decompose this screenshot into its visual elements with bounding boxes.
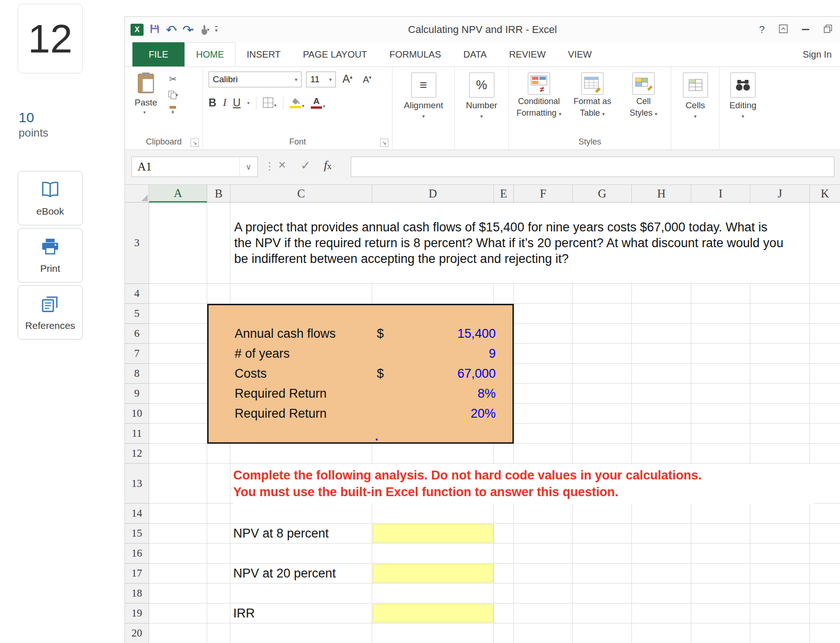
cell[interactable] <box>750 364 810 384</box>
cell[interactable] <box>691 384 750 404</box>
cell[interactable] <box>573 524 632 544</box>
cell[interactable] <box>514 604 573 623</box>
cell[interactable] <box>149 284 207 304</box>
enter-button[interactable]: ✓ <box>301 159 311 171</box>
help-button[interactable]: ? <box>759 24 765 36</box>
row-header-6[interactable]: 6 <box>125 324 149 344</box>
row-header-5[interactable]: 5 <box>125 304 149 324</box>
cell[interactable] <box>810 623 840 643</box>
redo-button[interactable]: ↷▾ <box>183 24 194 36</box>
cell[interactable] <box>149 623 207 643</box>
select-all-corner[interactable] <box>125 185 149 203</box>
cell[interactable] <box>494 544 514 564</box>
restore-button[interactable] <box>823 24 833 35</box>
cell[interactable] <box>149 524 207 544</box>
cell[interactable] <box>514 584 573 604</box>
cell[interactable] <box>372 504 494 524</box>
font-color-button[interactable]: A ▾ <box>311 97 325 109</box>
row-header-19[interactable]: 19 <box>125 604 149 623</box>
cell[interactable] <box>230 284 372 304</box>
col-header-f[interactable]: F <box>514 185 573 203</box>
cell[interactable] <box>750 444 810 464</box>
cell[interactable] <box>149 384 207 404</box>
cell[interactable] <box>691 584 750 604</box>
cell[interactable] <box>691 623 750 643</box>
cell[interactable] <box>632 304 691 324</box>
cell[interactable] <box>691 564 750 584</box>
font-size-select[interactable]: 11▾ <box>306 72 336 87</box>
cell[interactable] <box>573 304 632 324</box>
cell[interactable] <box>149 564 207 584</box>
underline-button[interactable]: U <box>233 97 241 109</box>
editing-button[interactable]: Editing ▾ <box>720 72 766 119</box>
cell[interactable] <box>632 604 691 623</box>
tab-file[interactable]: FILE <box>132 42 184 66</box>
cell[interactable] <box>207 464 230 504</box>
cell[interactable] <box>230 444 372 464</box>
cell[interactable] <box>750 424 810 444</box>
fill-color-button[interactable]: ▾ <box>290 98 304 108</box>
cell[interactable] <box>573 404 632 424</box>
cell[interactable] <box>207 604 230 623</box>
col-header-c[interactable]: C <box>230 185 372 203</box>
increase-font-button[interactable]: A▴ <box>342 72 353 85</box>
row-header-17[interactable]: 17 <box>125 564 149 584</box>
insert-function-button[interactable]: fx <box>324 158 332 172</box>
cell[interactable] <box>573 324 632 344</box>
cell[interactable] <box>810 284 840 304</box>
cell[interactable] <box>750 324 810 344</box>
cell[interactable] <box>632 584 691 604</box>
cell[interactable] <box>230 584 372 604</box>
cell[interactable] <box>514 623 573 643</box>
cell[interactable] <box>810 304 840 324</box>
conditional-formatting-button[interactable]: ≠ Conditional Formatting ▾ <box>512 72 566 119</box>
cell[interactable] <box>494 284 514 304</box>
cell[interactable] <box>750 623 810 643</box>
references-button[interactable]: References <box>18 285 83 340</box>
cell[interactable] <box>750 564 810 584</box>
cell[interactable] <box>514 504 573 524</box>
row-header-7[interactable]: 7 <box>125 344 149 364</box>
cell[interactable] <box>750 524 810 544</box>
cell[interactable] <box>514 404 573 424</box>
italic-button[interactable]: I <box>223 97 227 109</box>
col-header-j[interactable]: J <box>750 185 810 203</box>
cell[interactable] <box>149 424 207 444</box>
cell[interactable] <box>691 604 750 623</box>
cell[interactable] <box>149 404 207 424</box>
cell[interactable] <box>149 464 207 504</box>
cell[interactable] <box>810 504 840 524</box>
cell[interactable] <box>149 203 207 284</box>
cell[interactable] <box>573 623 632 643</box>
format-painter-button[interactable] <box>168 105 177 114</box>
cell[interactable] <box>573 504 632 524</box>
cell[interactable] <box>573 284 632 304</box>
cell[interactable] <box>149 444 207 464</box>
cell[interactable] <box>810 424 840 444</box>
cell[interactable] <box>514 524 573 544</box>
cell[interactable] <box>810 404 840 424</box>
cell[interactable] <box>810 203 840 284</box>
cell[interactable] <box>750 404 810 424</box>
cell[interactable] <box>494 564 514 584</box>
cell[interactable] <box>494 504 514 524</box>
cell[interactable] <box>691 324 750 344</box>
cell[interactable] <box>810 564 840 584</box>
cell[interactable] <box>514 544 573 564</box>
cell[interactable] <box>691 444 750 464</box>
cell[interactable] <box>207 544 230 564</box>
cell[interactable] <box>632 364 691 384</box>
tab-view[interactable]: VIEW <box>557 42 603 66</box>
cell[interactable] <box>514 344 573 364</box>
cell[interactable] <box>691 304 750 324</box>
cell[interactable] <box>207 524 230 544</box>
cell[interactable] <box>149 504 207 524</box>
save-button[interactable] <box>149 23 160 36</box>
cell[interactable] <box>514 424 573 444</box>
cell[interactable] <box>750 504 810 524</box>
cell[interactable] <box>149 344 207 364</box>
name-box-dropdown[interactable]: ∨ <box>239 157 257 177</box>
font-name-select[interactable]: Calibri▾ <box>209 72 302 87</box>
cell[interactable] <box>691 364 750 384</box>
cell[interactable] <box>632 324 691 344</box>
